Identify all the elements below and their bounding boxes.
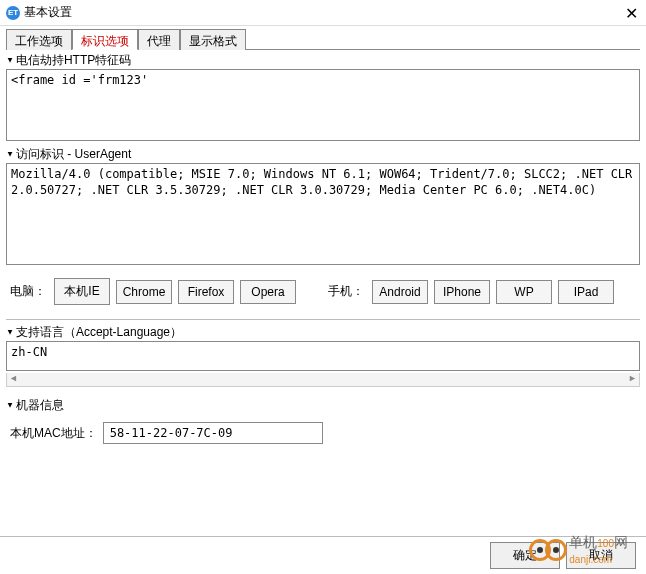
accept-language-hscroll[interactable] (6, 373, 640, 387)
ua-opera-button[interactable]: Opera (240, 280, 296, 304)
ua-button-row: 电脑： 本机IE Chrome Firefox Opera 手机： Androi… (6, 268, 640, 320)
http-hijack-label-text: 电信劫持HTTP特征码 (16, 52, 131, 69)
ua-wp-button[interactable]: WP (496, 280, 552, 304)
tab-proxy[interactable]: 代理 (138, 29, 180, 50)
accept-language-label-text: 支持语言（Accept-Language） (16, 324, 182, 341)
http-hijack-textarea[interactable] (6, 69, 640, 141)
ua-local-ie-button[interactable]: 本机IE (54, 278, 110, 305)
pc-label: 电脑： (10, 283, 46, 300)
tabbar: 工作选项 标识选项 代理 显示格式 (6, 28, 640, 50)
content: 电信劫持HTTP特征码 访问标识 - UserAgent 电脑： 本机IE Ch… (0, 52, 646, 490)
ok-button[interactable]: 确定 (490, 542, 560, 569)
group-http-hijack-label: 电信劫持HTTP特征码 (6, 52, 640, 69)
blank-area (6, 452, 640, 484)
ua-iphone-button[interactable]: IPhone (434, 280, 490, 304)
useragent-label-text: 访问标识 - UserAgent (16, 146, 131, 163)
cancel-button[interactable]: 取消 (566, 542, 636, 569)
ua-android-button[interactable]: Android (372, 280, 428, 304)
mobile-label: 手机： (328, 283, 364, 300)
tab-work-options[interactable]: 工作选项 (6, 29, 72, 50)
window-title: 基本设置 (24, 4, 72, 21)
group-accept-language-label: 支持语言（Accept-Language） (6, 324, 640, 341)
mac-row: 本机MAC地址： (6, 414, 640, 452)
app-icon: ET (6, 6, 20, 20)
ua-firefox-button[interactable]: Firefox (178, 280, 234, 304)
accept-language-textarea[interactable] (6, 341, 640, 371)
ua-ipad-button[interactable]: IPad (558, 280, 614, 304)
titlebar: ET 基本设置 ✕ (0, 0, 646, 26)
group-useragent-label: 访问标识 - UserAgent (6, 146, 640, 163)
group-machine-label: 机器信息 (6, 397, 640, 414)
mac-input[interactable] (103, 422, 323, 444)
footer: 确定 取消 (0, 536, 646, 574)
ua-chrome-button[interactable]: Chrome (116, 280, 172, 304)
close-icon[interactable]: ✕ (625, 4, 638, 23)
tab-display-format[interactable]: 显示格式 (180, 29, 246, 50)
machine-label-text: 机器信息 (16, 397, 64, 414)
tab-id-options[interactable]: 标识选项 (72, 29, 138, 50)
mac-label: 本机MAC地址： (10, 425, 97, 442)
useragent-textarea[interactable] (6, 163, 640, 265)
